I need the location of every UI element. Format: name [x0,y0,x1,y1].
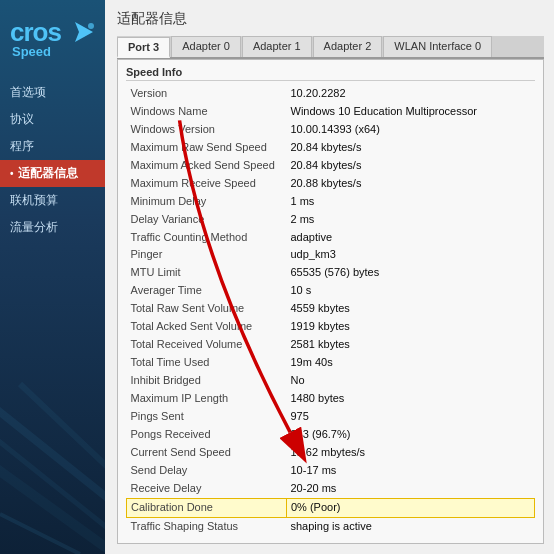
row-key: Pinger [127,246,287,264]
logo-speed: Speed [12,44,97,59]
table-row: Send Delay10-17 ms [127,462,535,480]
row-value: shaping is active [287,517,535,535]
tab-wlan[interactable]: WLAN Interface 0 [383,36,492,57]
row-key: Receive Delay [127,480,287,498]
table-row: Maximum Acked Send Speed20.84 kbytes/s [127,157,535,175]
row-key: MTU Limit [127,264,287,282]
table-row: Pingerudp_km3 [127,246,535,264]
row-key: Total Time Used [127,354,287,372]
table-row: Total Raw Sent Volume4559 kbytes [127,300,535,318]
row-key: Averager Time [127,282,287,300]
row-key: Delay Variance [127,211,287,229]
sidebar-item-traffic-analysis[interactable]: 流量分析 [0,214,105,241]
tab-adapter0[interactable]: Adapter 0 [171,36,241,57]
row-value: 15.62 mbytes/s [287,444,535,462]
row-value: 10 s [287,282,535,300]
row-value: 10-17 ms [287,462,535,480]
table-row: Total Time Used19m 40s [127,354,535,372]
table-row: Pongs Received943 (96.7%) [127,426,535,444]
table-row: MTU Limit65535 (576) bytes [127,264,535,282]
row-key: Maximum Raw Send Speed [127,139,287,157]
sidebar-item-program[interactable]: 程序 [0,133,105,160]
svg-point-1 [88,23,94,29]
sidebar-item-protocol[interactable]: 协议 [0,106,105,133]
table-row: Pings Sent975 [127,408,535,426]
table-row: Windows NameWindows 10 Education Multipr… [127,103,535,121]
logo-text: cros [10,19,61,45]
row-value: 1919 kbytes [287,318,535,336]
row-value: 1 ms [287,193,535,211]
row-key: Windows Name [127,103,287,121]
row-value: 20.84 kbytes/s [287,139,535,157]
row-value: 0% (Poor) [287,498,535,517]
sidebar-item-online-budget[interactable]: 联机预算 [0,187,105,214]
row-key: Traffic Counting Method [127,229,287,247]
table-row: Total Acked Sent Volume1919 kbytes [127,318,535,336]
row-value: 2 ms [287,211,535,229]
row-key: Total Received Volume [127,336,287,354]
row-value: 4559 kbytes [287,300,535,318]
row-value: 20-20 ms [287,480,535,498]
row-key: Send Delay [127,462,287,480]
row-value: Windows 10 Education Multiprocessor [287,103,535,121]
main-content: 适配器信息 Port 3 Adapter 0 Adapter 1 Adapter… [105,0,554,554]
tab-adapter1[interactable]: Adapter 1 [242,36,312,57]
sidebar-decoration [0,354,105,554]
row-key: Pings Sent [127,408,287,426]
row-value: 1480 bytes [287,390,535,408]
logo-area: cros Speed [0,10,105,71]
row-value: 65535 (576) bytes [287,264,535,282]
table-row: Inhibit BridgedNo [127,372,535,390]
row-value: 20.84 kbytes/s [287,157,535,175]
row-value: 20.88 kbytes/s [287,175,535,193]
row-key: Maximum Receive Speed [127,175,287,193]
tab-port3[interactable]: Port 3 [117,37,170,58]
row-key: Total Raw Sent Volume [127,300,287,318]
row-value: 2581 kbytes [287,336,535,354]
row-key: Pongs Received [127,426,287,444]
table-row: Total Received Volume2581 kbytes [127,336,535,354]
sidebar-item-preferences[interactable]: 首选项 [0,79,105,106]
table-row: Traffic Shaping Statusshaping is active [127,517,535,535]
table-row: Current Send Speed15.62 mbytes/s [127,444,535,462]
table-row: Minimum Delay1 ms [127,193,535,211]
table-row: Version10.20.2282 [127,85,535,103]
row-key: Total Acked Sent Volume [127,318,287,336]
row-value: 943 (96.7%) [287,426,535,444]
row-key: Windows Version [127,121,287,139]
table-row: Delay Variance2 ms [127,211,535,229]
row-value: 10.00.14393 (x64) [287,121,535,139]
tab-adapter2[interactable]: Adapter 2 [313,36,383,57]
page-title: 适配器信息 [117,10,544,28]
info-panel: Speed Info Version10.20.2282Windows Name… [117,59,544,544]
row-key: Maximum Acked Send Speed [127,157,287,175]
nav-menu: 首选项 协议 程序 • 适配器信息 联机预算 流量分析 [0,79,105,241]
logo-icon [65,18,97,46]
row-value: adaptive [287,229,535,247]
content-wrapper: Port 3 Adapter 0 Adapter 1 Adapter 2 WLA… [117,36,544,544]
row-value: udp_km3 [287,246,535,264]
row-key: Version [127,85,287,103]
row-value: 19m 40s [287,354,535,372]
table-row: Maximum IP Length1480 bytes [127,390,535,408]
row-key: Traffic Shaping Status [127,517,287,535]
info-table: Version10.20.2282Windows NameWindows 10 … [126,85,535,535]
row-value: No [287,372,535,390]
row-key: Current Send Speed [127,444,287,462]
table-row: Averager Time10 s [127,282,535,300]
row-key: Maximum IP Length [127,390,287,408]
row-key: Inhibit Bridged [127,372,287,390]
row-value: 975 [287,408,535,426]
row-key: Calibration Done [127,498,287,517]
tabs-bar: Port 3 Adapter 0 Adapter 1 Adapter 2 WLA… [117,36,544,59]
table-row: Calibration Done0% (Poor) [127,498,535,517]
row-key: Minimum Delay [127,193,287,211]
table-row: Maximum Raw Send Speed20.84 kbytes/s [127,139,535,157]
sidebar: cros Speed 首选项 协议 程序 • 适配器信息 联机预算 流量分析 [0,0,105,554]
table-row: Receive Delay20-20 ms [127,480,535,498]
sidebar-item-adapter-info[interactable]: • 适配器信息 [0,160,105,187]
table-row: Windows Version10.00.14393 (x64) [127,121,535,139]
table-row: Traffic Counting Methodadaptive [127,229,535,247]
table-row: Maximum Receive Speed20.88 kbytes/s [127,175,535,193]
section-title: Speed Info [126,66,535,81]
